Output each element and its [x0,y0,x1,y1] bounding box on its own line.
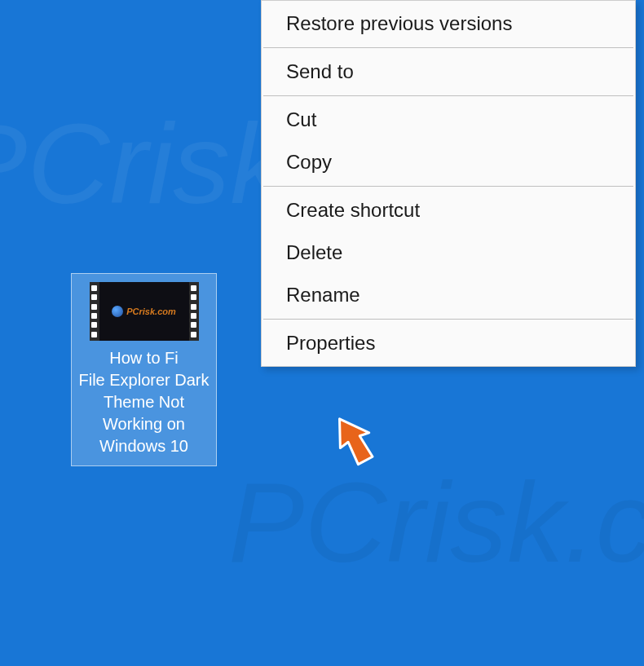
file-label: How to FiFile Explorer Dark Theme Not Wo… [77,347,211,457]
watermark: PCrisk.com [228,456,644,589]
menu-separator [263,47,633,48]
menu-separator [263,95,633,96]
menu-item-create-shortcut[interactable]: Create shortcut [262,189,635,232]
video-logo: PCrisk.com [112,306,176,317]
menu-item-delete[interactable]: Delete [262,232,635,274]
menu-separator [263,319,633,320]
menu-separator [263,186,633,187]
menu-item-properties[interactable]: Properties [262,322,635,364]
menu-item-cut[interactable]: Cut [262,99,635,141]
pointer-arrow-icon [321,408,395,481]
menu-item-rename[interactable]: Rename [262,274,635,316]
menu-item-send-to[interactable]: Send to [262,51,635,93]
menu-item-restore-previous-versions[interactable]: Restore previous versions [262,2,635,45]
video-thumbnail: PCrisk.com [99,282,189,341]
desktop-video-file[interactable]: PCrisk.com How to FiFile Explorer Dark T… [71,273,217,466]
menu-item-copy[interactable]: Copy [262,141,635,183]
context-menu: Restore previous versions Send to Cut Co… [261,0,636,367]
